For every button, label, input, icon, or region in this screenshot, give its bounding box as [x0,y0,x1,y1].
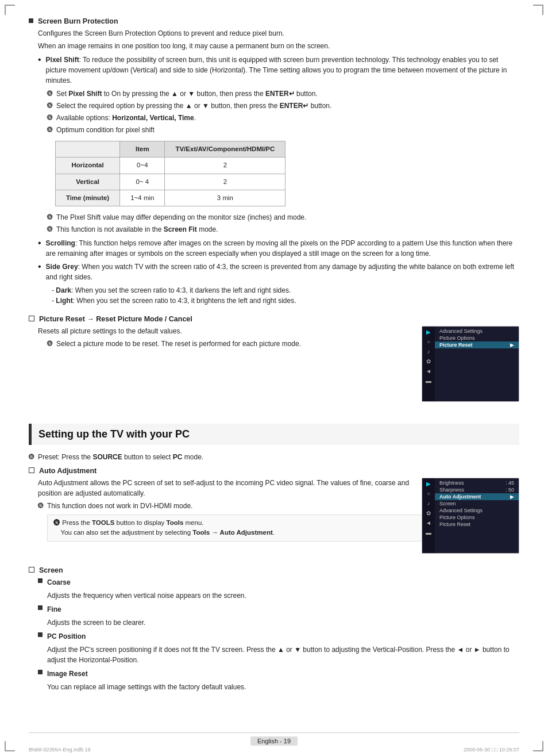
tv-icon-picture: ▶ [426,329,431,335]
coarse-bullet [38,578,43,583]
image-reset-desc: You can replace all image settings with … [47,682,519,692]
pc-position-bullet [38,632,43,637]
corner-mark-tr [533,5,543,15]
auto-adjustment-title: Auto Adjustment [39,467,97,475]
tv-aa-icon-picture: ▶ [426,481,431,487]
picture-reset-note1: 🅝 Select a picture mode to be reset. The… [47,339,415,349]
tv-aa-screen: Screen [435,500,519,507]
table-row: Horizontal 0~4 2 [56,158,285,174]
fine-title: Fine [47,604,61,615]
table-header-empty [56,141,120,158]
picture-reset-note-text: Select a picture mode to be reset. The r… [56,339,301,349]
table-note-icon-2: 🅝 [47,225,53,233]
corner-mark-br [533,741,543,751]
auto-adjustment-bullet [29,467,34,473]
tv-icon-circle: ○ [427,339,430,345]
auto-adjustment-section: Auto Adjustment ▶ ○ ♪ ✿ ◄ ▬ Brightness: … [29,467,519,558]
screen-burn-title: Screen Burn Protection [38,17,118,25]
note-text-1: Set Pixel Shift to On by pressing the ▲ … [56,89,318,99]
table-note-1: 🅝 The Pixel Shift value may differ depen… [47,212,519,222]
table-cell-v-label: Vertical [56,174,120,190]
setting-header-title: Setting up the TV with your PC [38,428,512,440]
image-reset-title: Image Reset [47,669,88,679]
coarse-desc: Adjusts the frequency when vertical nois… [47,590,519,601]
note-text-4: Optimum condition for pixel shift [56,125,155,135]
picture-reset-bullet [29,316,34,321]
note-icon-2: 🅝 [47,101,53,110]
setting-header: Setting up the TV with your PC [29,424,519,445]
table-header-tv: TV/Ext/AV/Component/HDMI/PC [165,141,285,158]
tv-icon-bar: ▬ [426,378,431,384]
tv-aa-icon-left: ◄ [426,520,431,526]
note-text-2: Select the required option by pressing t… [56,101,331,111]
table-cell-t-label: Time (minute) [56,190,120,206]
fine-subsection: Fine Adjusts the screen to be clearer. [38,604,519,628]
table-header-item: Item [120,141,165,158]
screen-section: Screen Coarse Adjusts the frequency when… [29,566,519,692]
page-number: English - 19 [250,736,298,746]
tv-menu-picture-reset: Picture Reset ▶ [435,341,519,348]
screen-burn-desc2: When an image remains in one position to… [38,41,519,51]
screen-burn-section: Screen Burn Protection Configures the Sc… [29,17,519,306]
table-cell-t-tv: 3 min [165,190,285,206]
note-line-3: 🅝 Available options: Horizontal, Vertica… [47,113,519,123]
screen-section-title: Screen [39,566,63,574]
pc-preset-note: 🅝 Preset: Press the SOURCE button to sel… [29,453,519,461]
tv-aa-pic-options: Picture Options [435,514,519,521]
pixel-shift-table: Item TV/Ext/AV/Component/HDMI/PC Horizon… [55,141,285,206]
pc-preset-text: Preset: Press the SOURCE button to selec… [38,453,203,461]
auto-adj-tv-screenshot: ▶ ○ ♪ ✿ ◄ ▬ Brightness: 45 Sharpness: 50 [422,478,519,554]
coarse-title: Coarse [47,577,71,588]
tv-aa-icon-note: ♪ [427,500,430,506]
note-line-2: 🅝 Select the required option by pressing… [47,101,519,111]
table-cell-h-label: Horizontal [56,158,120,174]
corner-mark-bl [5,741,15,751]
tv-header-adv: Advanced Settings [435,328,519,335]
tv-aa-adv-settings: Advanced Settings [435,507,519,514]
page-footer: English - 19 [29,732,519,746]
table-note-icon-1: 🅝 [47,213,53,221]
note-text-3: Available options: Horizontal, Vertical,… [56,113,196,123]
footer-filename: BN68-02355A-Eng.indb 19 [29,747,91,753]
picture-reset-title: Picture Reset → Reset Picture Mode / Can… [39,315,192,323]
picture-reset-note-icon: 🅝 [47,339,53,348]
auto-adj-note-icon: 🅝 [38,501,44,510]
footer-datetime: 2009-06-30 □□ 10:26:07 [464,747,519,753]
tv-aa-auto-adj: Auto Adjustment ▶ [435,493,519,500]
tv-menu-blank4 [435,352,519,353]
section-bullet-icon [29,18,33,23]
image-reset-bullet [38,670,43,674]
pc-preset-note-icon: 🅝 [29,454,34,460]
light-desc: - Light: When you set the screen ratio t… [52,296,519,306]
screen-burn-desc1: Configures the Screen Burn Protection Op… [38,28,519,39]
tv-aa-icon-bar: ▬ [426,529,431,536]
corner-mark-tl [5,5,15,15]
tv-aa-sharpness: Sharpness: 50 [435,486,519,493]
tv-aa-brightness: Brightness: 45 [435,479,519,486]
side-grey-text: Side Grey: When you watch TV with the sc… [46,262,519,282]
auto-adj-note1: 🅝 This function does not work in DVI-HDM… [38,501,415,511]
table-cell-h-tv: 2 [165,158,285,174]
pc-position-title: PC Position [47,631,86,642]
tv-aa-pic-reset: Picture Reset [435,521,519,528]
fine-desc: Adjusts the screen to be clearer. [47,617,519,628]
tv-icon-flower: ✿ [426,358,431,364]
table-cell-t-item: 1~4 min [120,190,165,206]
scrolling-bullet: • [38,239,41,248]
table-row: Time (minute) 1~4 min 3 min [56,190,285,206]
image-reset-subsection: Image Reset You can replace all image se… [38,669,519,692]
fine-bullet [38,605,43,610]
tv-aa-icon-flower: ✿ [426,510,431,516]
picture-reset-section: Picture Reset → Reset Picture Mode / Can… [29,315,519,406]
table-note-text-1: The Pixel Shift value may differ dependi… [56,212,306,222]
scrolling-text: Scrolling: This function helps remove af… [46,238,519,259]
table-note-text-2: This function is not available in the Sc… [56,224,218,235]
tv-icon-left: ◄ [426,368,431,374]
table-cell-v-item: 0~ 4 [120,174,165,190]
note-icon-1: 🅝 [47,89,53,98]
tv-aa-icon-circle: ○ [427,490,430,497]
note-box-icon: 🅝 [53,519,60,526]
tv-header-pic: Picture Options [435,335,519,341]
coarse-subsection: Coarse Adjusts the frequency when vertic… [38,577,519,601]
auto-adj-note-text: This function does not work in DVI-HDMI … [47,501,192,511]
